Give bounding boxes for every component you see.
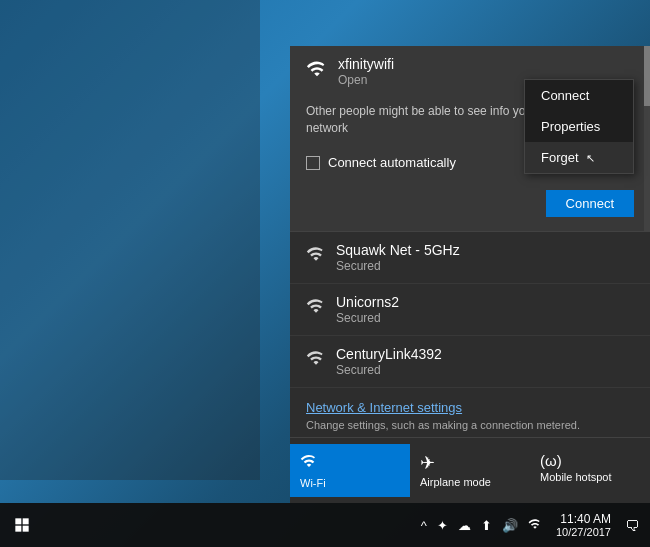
wifi-tile-label: Wi-Fi (300, 477, 400, 489)
tray-cloud-icon[interactable]: ☁ (456, 518, 473, 533)
network-status-squawk: Secured (336, 259, 634, 273)
quick-actions-bar: Wi-Fi ✈ Airplane mode (ω) Mobile hotspot (290, 437, 650, 503)
auto-connect-label: Connect automatically (328, 155, 456, 170)
scrollbar-thumb[interactable] (644, 46, 650, 106)
network-name-centurylink: CenturyLink4392 (336, 346, 634, 362)
network-panel: xfinitywifi Open Connect Properties Forg… (290, 46, 650, 503)
start-button[interactable] (0, 503, 44, 547)
tray-upload-icon[interactable]: ⬆ (479, 518, 494, 533)
svg-rect-0 (15, 518, 21, 524)
wifi-icon-unicorns2 (306, 296, 326, 321)
tray-clock[interactable]: 11:40 AM 10/27/2017 (550, 512, 617, 538)
hotspot-tile-label: Mobile hotspot (540, 471, 640, 483)
network-name-unicorns2: Unicorns2 (336, 294, 634, 310)
tray-chevron[interactable]: ^ (419, 518, 429, 533)
network-info-centurylink: CenturyLink4392 Secured (336, 346, 634, 377)
svg-rect-2 (15, 526, 21, 532)
tray-cog-icon[interactable]: ✦ (435, 518, 450, 533)
network-item-squawk[interactable]: Squawk Net - 5GHz Secured (290, 232, 650, 284)
settings-section: Network & Internet settings Change setti… (290, 388, 650, 437)
airplane-quick-icon: ✈ (420, 452, 520, 474)
svg-rect-3 (23, 526, 29, 532)
scrollbar[interactable] (644, 46, 650, 231)
wifi-icon-centurylink (306, 348, 326, 373)
network-item-centurylink[interactable]: CenturyLink4392 Secured (290, 336, 650, 388)
auto-connect-checkbox[interactable] (306, 156, 320, 170)
background-window (0, 0, 260, 480)
context-menu-forget[interactable]: Forget ↖ (525, 142, 633, 173)
network-status-centurylink: Secured (336, 363, 634, 377)
context-menu-properties[interactable]: Properties (525, 111, 633, 142)
network-status-unicorns2: Secured (336, 311, 634, 325)
taskbar: ^ ✦ ☁ ⬆ 🔊 11:40 AM 10/27/2017 🗨 (0, 503, 650, 547)
tray-wifi-icon[interactable] (526, 517, 544, 534)
desktop: xfinitywifi Open Connect Properties Forg… (0, 0, 650, 547)
network-settings-link[interactable]: Network & Internet settings (306, 400, 462, 415)
svg-rect-1 (23, 518, 29, 524)
airplane-tile-label: Airplane mode (420, 476, 520, 488)
quick-tile-hotspot[interactable]: (ω) Mobile hotspot (530, 444, 650, 497)
quick-tile-airplane[interactable]: ✈ Airplane mode (410, 444, 530, 497)
auto-connect-row: Connect automatically (306, 155, 456, 170)
hotspot-quick-icon: (ω) (540, 452, 640, 469)
network-name-squawk: Squawk Net - 5GHz (336, 242, 634, 258)
connect-button[interactable]: Connect (546, 190, 634, 217)
tray-date: 10/27/2017 (556, 526, 611, 538)
wifi-signal-icon (306, 58, 328, 85)
network-item-unicorns2[interactable]: Unicorns2 Secured (290, 284, 650, 336)
quick-tile-wifi[interactable]: Wi-Fi (290, 444, 410, 497)
network-info-unicorns2: Unicorns2 Secured (336, 294, 634, 325)
context-menu-connect[interactable]: Connect (525, 80, 633, 111)
settings-description: Change settings, such as making a connec… (306, 419, 634, 431)
network-item-xfinitywifi[interactable]: xfinitywifi Open Connect Properties Forg… (290, 46, 650, 232)
network-name-xfinitywifi: xfinitywifi (338, 56, 634, 72)
tray-notification-icon[interactable]: 🗨 (623, 517, 642, 534)
context-menu: Connect Properties Forget ↖ (524, 79, 634, 174)
windows-logo-icon (14, 517, 30, 533)
wifi-icon-squawk (306, 244, 326, 269)
taskbar-tray: ^ ✦ ☁ ⬆ 🔊 11:40 AM 10/27/2017 🗨 (419, 512, 650, 538)
tray-time: 11:40 AM (556, 512, 611, 526)
network-info-squawk: Squawk Net - 5GHz Secured (336, 242, 634, 273)
wifi-quick-icon (300, 452, 400, 475)
tray-volume-icon[interactable]: 🔊 (500, 518, 520, 533)
